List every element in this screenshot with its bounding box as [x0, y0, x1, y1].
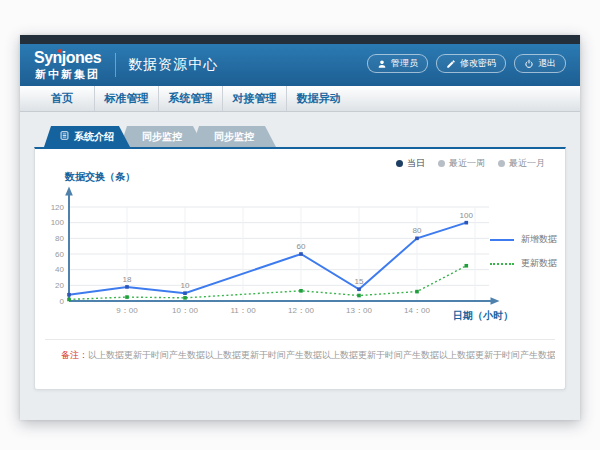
tab-bar: 系统介绍同步监控同步监控: [34, 126, 566, 147]
company-logo: Synjones 新中新集团: [34, 50, 101, 80]
nav-item-2[interactable]: 标准管理: [94, 86, 158, 111]
note-divider: [45, 339, 555, 340]
svg-text:120: 120: [51, 203, 65, 212]
gridlines: [69, 207, 489, 301]
power-icon: [524, 59, 534, 69]
header-button-label: 修改密码: [460, 57, 496, 70]
radio-icon: [438, 160, 445, 167]
header-button-label: 管理员: [391, 57, 418, 70]
tab-label: 同步监控: [142, 130, 182, 144]
svg-text:10：00: 10：00: [172, 306, 198, 315]
svg-text:80: 80: [413, 226, 422, 235]
series-2: [67, 264, 468, 301]
nav-item-4[interactable]: 对接管理: [222, 86, 286, 111]
filter-option-3[interactable]: 最近一月: [498, 157, 545, 170]
nav-item-5[interactable]: 数据异动: [286, 86, 350, 111]
header-button-label: 退出: [538, 57, 556, 70]
line-chart: 0204060801001209：0010：0011：0012：0013：001…: [41, 182, 511, 332]
svg-text:20: 20: [55, 281, 64, 290]
x-axis-title: 日期（小时）: [453, 309, 513, 323]
x-tick-labels: 9：0010：0011：0012：0013：0014：00: [116, 306, 430, 315]
y-tick-labels: 020406080100120: [51, 203, 65, 306]
legend-label: 新增数据: [521, 233, 557, 246]
logo-red-dot: [58, 49, 62, 53]
svg-text:13：00: 13：00: [346, 306, 372, 315]
radio-icon: [498, 160, 505, 167]
legend-line-swatch: [490, 239, 514, 241]
header-button-2[interactable]: 修改密码: [436, 54, 506, 73]
filter-label: 最近一周: [449, 157, 485, 170]
radio-icon: [396, 160, 403, 167]
window-top-strip: [20, 35, 580, 44]
document-icon: [60, 131, 69, 142]
svg-text:40: 40: [55, 265, 64, 274]
svg-text:18: 18: [123, 275, 132, 284]
logo-subtitle: 新中新集团: [34, 69, 101, 80]
dashboard-card: 当日最近一周最近一月 数据交换（条） 0204060801001209：0010…: [34, 147, 566, 390]
svg-text:14：00: 14：00: [404, 306, 430, 315]
svg-text:12：00: 12：00: [288, 306, 314, 315]
tab-label: 系统介绍: [74, 130, 114, 144]
svg-text:0: 0: [60, 297, 65, 306]
nav-item-3[interactable]: 系统管理: [158, 86, 222, 111]
filter-option-1[interactable]: 当日: [396, 157, 425, 170]
tab-2[interactable]: 同步监控: [120, 126, 204, 147]
legend-label: 更新数据: [521, 257, 557, 270]
logo-text: Synjones: [34, 50, 101, 66]
footnote: 备注：以上数据更新于时间产生数据以上数据更新于时间产生数据以上数据更新于时间产生…: [61, 349, 555, 362]
filter-option-2[interactable]: 最近一周: [438, 157, 485, 170]
filter-label: 最近一月: [509, 157, 545, 170]
edit-icon: [446, 59, 456, 69]
legend-line-swatch: [490, 263, 514, 265]
tab-1[interactable]: 系统介绍: [44, 126, 130, 147]
series-1: 1810601580100: [67, 211, 473, 297]
svg-text:100: 100: [460, 211, 474, 220]
svg-text:9：00: 9：00: [116, 306, 138, 315]
tab-label: 同步监控: [214, 130, 254, 144]
chart-legend: 新增数据更新数据: [490, 233, 557, 281]
footnote-text: 以上数据更新于时间产生数据以上数据更新于时间产生数据以上数据更新于时间产生数据以…: [88, 350, 555, 360]
footnote-label: 备注：: [61, 350, 88, 360]
tab-3[interactable]: 同步监控: [192, 126, 276, 147]
nav-item-1[interactable]: 首页: [30, 86, 94, 111]
user-actions: 管理员修改密码退出: [367, 54, 566, 73]
svg-text:80: 80: [55, 234, 64, 243]
page-title: 数据资源中心: [128, 56, 218, 74]
svg-text:15: 15: [355, 277, 364, 286]
content-area: 系统介绍同步监控同步监控 当日最近一周最近一月 数据交换（条） 02040608…: [20, 112, 580, 420]
legend-item-1[interactable]: 新增数据: [490, 233, 557, 246]
svg-text:60: 60: [55, 250, 64, 259]
header-divider: [115, 53, 116, 77]
header-button-1[interactable]: 管理员: [367, 54, 428, 73]
app-header: Synjones 新中新集团 数据资源中心 管理员修改密码退出: [20, 44, 580, 86]
y-axis-title: 数据交换（条）: [65, 170, 135, 184]
time-range-filters: 当日最近一周最近一月: [396, 157, 545, 170]
main-nav: 首页标准管理系统管理对接管理数据异动: [20, 86, 580, 112]
svg-text:10: 10: [181, 281, 190, 290]
filter-label: 当日: [407, 157, 425, 170]
legend-item-2[interactable]: 更新数据: [490, 257, 557, 270]
axes: [65, 187, 499, 305]
app-window: Synjones 新中新集团 数据资源中心 管理员修改密码退出 首页标准管理系统…: [20, 35, 580, 420]
header-button-3[interactable]: 退出: [514, 54, 566, 73]
svg-text:60: 60: [297, 242, 306, 251]
user-icon: [377, 59, 387, 69]
svg-text:11：00: 11：00: [230, 306, 256, 315]
svg-text:100: 100: [51, 218, 65, 227]
